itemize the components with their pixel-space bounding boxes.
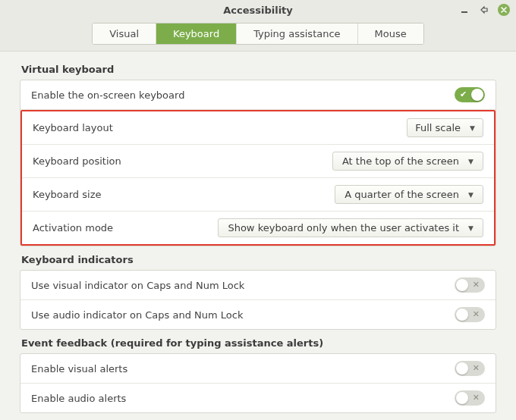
label-keyboard-size: Keyboard size xyxy=(33,189,101,200)
window-title: Accessibility xyxy=(223,5,293,16)
section-title-virtual-keyboard: Virtual keyboard xyxy=(21,64,496,75)
tabs: Visual Keyboard Typing assistance Mouse xyxy=(92,23,424,45)
row-enable-audio-alerts: Enable audio alerts ✕ xyxy=(20,384,496,412)
row-audio-indicator: Use audio indicator on Caps and Num Lock… xyxy=(20,300,496,329)
dropdown-value: Show keyboard only when the user activat… xyxy=(228,222,459,234)
toggle-visual-indicator[interactable]: ✕ xyxy=(455,277,485,293)
dropdown-keyboard-layout[interactable]: Full scale ▼ xyxy=(407,118,483,137)
x-icon: ✕ xyxy=(473,309,480,320)
x-icon: ✕ xyxy=(473,363,480,374)
toggle-knob xyxy=(456,279,468,291)
dropdown-value: A quarter of the screen xyxy=(345,189,459,200)
row-enable-onscreen-keyboard: Enable the on-screen keyboard ✔ xyxy=(20,80,496,110)
check-icon: ✔ xyxy=(460,89,467,100)
section-title-keyboard-indicators: Keyboard indicators xyxy=(21,254,496,265)
toggle-knob xyxy=(456,362,468,375)
titlebar: Accessibility xyxy=(0,0,516,20)
label-enable-audio-alerts: Enable audio alerts xyxy=(31,393,126,404)
section-title-event-feedback: Event feedback (required for typing assi… xyxy=(21,337,496,349)
label-keyboard-position: Keyboard position xyxy=(33,155,121,167)
dropdown-value: Full scale xyxy=(415,122,461,133)
close-button[interactable] xyxy=(498,4,510,16)
toggle-knob xyxy=(456,392,468,404)
chevron-down-icon: ▼ xyxy=(470,124,475,132)
dropdown-value: At the top of the screen xyxy=(342,155,459,167)
row-visual-indicator: Use visual indicator on Caps and Num Loc… xyxy=(20,271,496,300)
toggle-enable-visual-alerts[interactable]: ✕ xyxy=(455,361,485,376)
label-activation-mode: Activation mode xyxy=(33,222,113,234)
tab-typing-assistance[interactable]: Typing assistance xyxy=(237,24,357,44)
label-enable-visual-alerts: Enable visual alerts xyxy=(31,363,127,375)
panel-keyboard-indicators: Use visual indicator on Caps and Num Loc… xyxy=(20,270,496,330)
row-keyboard-size: Keyboard size A quarter of the screen ▼ xyxy=(22,178,494,212)
label-audio-indicator: Use audio indicator on Caps and Num Lock xyxy=(31,309,243,321)
maximize-button[interactable] xyxy=(478,4,490,16)
minimize-button[interactable] xyxy=(458,4,470,16)
dropdown-keyboard-size[interactable]: A quarter of the screen ▼ xyxy=(335,185,483,204)
dropdown-activation-mode[interactable]: Show keyboard only when the user activat… xyxy=(218,218,483,237)
panel-virtual-keyboard: Enable the on-screen keyboard ✔ Keyboard… xyxy=(20,80,496,246)
tab-mouse[interactable]: Mouse xyxy=(358,24,423,44)
toggle-knob xyxy=(471,89,483,101)
toggle-enable-onscreen-keyboard[interactable]: ✔ xyxy=(455,87,485,102)
label-keyboard-layout: Keyboard layout xyxy=(33,122,113,133)
toggle-knob xyxy=(456,309,468,321)
row-keyboard-position: Keyboard position At the top of the scre… xyxy=(22,145,494,178)
label-visual-indicator: Use visual indicator on Caps and Num Loc… xyxy=(31,280,244,291)
toggle-enable-audio-alerts[interactable]: ✕ xyxy=(455,390,485,406)
x-icon: ✕ xyxy=(473,393,480,403)
dropdown-keyboard-position[interactable]: At the top of the screen ▼ xyxy=(332,152,483,171)
page-body: Virtual keyboard Enable the on-screen ke… xyxy=(0,52,516,420)
panel-event-feedback: Enable visual alerts ✕ Enable audio aler… xyxy=(20,353,496,413)
tab-visual[interactable]: Visual xyxy=(93,24,156,44)
label-enable-onscreen-keyboard: Enable the on-screen keyboard xyxy=(31,89,184,101)
row-enable-visual-alerts: Enable visual alerts ✕ xyxy=(20,354,496,384)
window-controls xyxy=(458,0,510,20)
chevron-down-icon: ▼ xyxy=(468,191,474,199)
chevron-down-icon: ▼ xyxy=(468,224,474,232)
toggle-audio-indicator[interactable]: ✕ xyxy=(455,307,485,322)
row-keyboard-layout: Keyboard layout Full scale ▼ xyxy=(22,111,494,145)
svg-rect-0 xyxy=(461,11,467,13)
tab-keyboard[interactable]: Keyboard xyxy=(156,24,237,44)
row-activation-mode: Activation mode Show keyboard only when … xyxy=(22,212,494,244)
tab-bar: Visual Keyboard Typing assistance Mouse xyxy=(0,20,516,45)
x-icon: ✕ xyxy=(473,280,480,290)
chevron-down-icon: ▼ xyxy=(468,158,474,165)
highlighted-settings-group: Keyboard layout Full scale ▼ Keyboard po… xyxy=(20,110,496,246)
